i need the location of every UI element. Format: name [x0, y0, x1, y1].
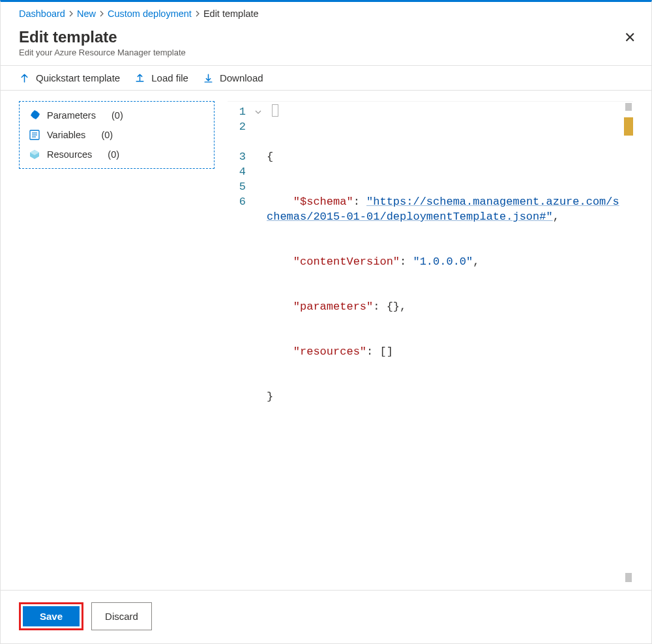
text-cursor	[272, 104, 278, 117]
outline-variables[interactable]: Variables (0)	[20, 125, 214, 145]
editor-scrollbar[interactable]	[624, 102, 633, 583]
parameters-icon	[29, 110, 40, 121]
discard-button[interactable]: Discard	[91, 602, 152, 630]
breadcrumb-new[interactable]: New	[77, 8, 96, 19]
quickstart-template-button[interactable]: Quickstart template	[19, 72, 120, 83]
chevron-right-icon	[68, 10, 74, 17]
breadcrumb-current: Edit template	[203, 8, 259, 19]
fold-column	[255, 102, 267, 583]
arrow-up-icon	[19, 72, 30, 83]
close-icon[interactable]: ✕	[621, 28, 638, 48]
load-file-button[interactable]: Load file	[134, 72, 188, 83]
breadcrumb-dashboard[interactable]: Dashboard	[19, 8, 65, 19]
json-editor[interactable]: 1 2 3 4 5 6 { "$schema": "https://schema…	[228, 101, 633, 583]
highlight-annotation: Save	[19, 602, 83, 630]
download-icon	[203, 72, 214, 83]
line-gutter: 1 2 3 4 5 6	[228, 102, 255, 583]
toolbar-label: Load file	[151, 72, 188, 83]
chevron-right-icon	[194, 10, 201, 17]
save-button[interactable]: Save	[23, 606, 80, 626]
template-outline: Parameters (0) Variables (0) Resources (…	[19, 101, 215, 169]
code-area[interactable]: { "$schema": "https://schema.management.…	[267, 102, 624, 583]
breadcrumb-custom-deployment[interactable]: Custom deployment	[108, 8, 192, 19]
edit-template-blade: Dashboard New Custom deployment Edit tem…	[0, 0, 652, 644]
blade-header: Edit template Edit your Azure Resource M…	[1, 24, 651, 66]
main-content: Parameters (0) Variables (0) Resources (…	[1, 91, 651, 590]
download-button[interactable]: Download	[203, 72, 263, 83]
breadcrumb: Dashboard New Custom deployment Edit tem…	[1, 2, 651, 24]
toolbar-label: Download	[220, 72, 263, 83]
upload-file-icon	[134, 72, 145, 83]
svg-marker-0	[31, 110, 40, 119]
outline-label: Resources	[47, 149, 92, 160]
footer-actions: Save Discard	[1, 590, 651, 643]
outline-count: (0)	[111, 110, 123, 121]
toolbar-label: Quickstart template	[36, 72, 120, 83]
outline-label: Parameters	[47, 110, 96, 121]
outline-label: Variables	[47, 130, 85, 140]
page-title: Edit template	[19, 28, 186, 46]
variables-icon	[29, 129, 40, 141]
page-subtitle: Edit your Azure Resource Manager templat…	[19, 48, 186, 57]
outline-count: (0)	[101, 130, 113, 140]
chevron-down-icon[interactable]	[255, 104, 267, 119]
command-bar: Quickstart template Load file Download	[1, 66, 651, 91]
outline-parameters[interactable]: Parameters (0)	[20, 106, 214, 125]
outline-resources[interactable]: Resources (0)	[20, 145, 214, 164]
resources-icon	[29, 149, 40, 160]
outline-count: (0)	[108, 149, 119, 160]
chevron-right-icon	[98, 10, 105, 17]
